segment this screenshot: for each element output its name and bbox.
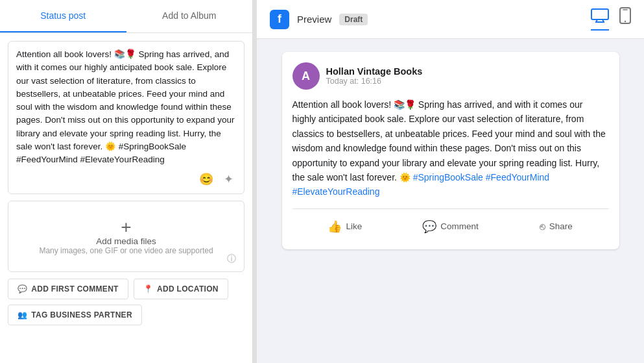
add-location-button[interactable]: 📍 ADD LOCATION [134, 279, 228, 299]
post-body-text: Attention all book lovers! 📚🌹 Spring has… [292, 99, 606, 182]
partner-btn-icon: 👥 [18, 310, 27, 319]
like-label: Like [346, 221, 362, 231]
comment-btn-icon: 💬 [18, 284, 27, 294]
preview-label: Preview [297, 14, 331, 25]
info-icon[interactable]: ⓘ [227, 253, 236, 265]
preview-content: A Hollan Vintage Books Today at: 16:16 A… [257, 39, 644, 363]
post-time: Today at: 16:16 [326, 77, 423, 86]
share-label: Share [549, 221, 573, 231]
plus-icon: + [121, 218, 131, 236]
svg-point-5 [625, 20, 626, 21]
add-first-comment-label: ADD FIRST COMMENT [31, 284, 118, 294]
right-panel: f Preview Draft [257, 0, 644, 363]
left-content: Attention all book lovers! 📚🌹 Spring has… [0, 33, 252, 363]
add-first-comment-button[interactable]: 💬 ADD FIRST COMMENT [8, 279, 128, 299]
like-icon: 👍 [328, 219, 342, 234]
fb-post-card: A Hollan Vintage Books Today at: 16:16 A… [282, 52, 619, 249]
post-author: Hollan Vintage Books [326, 66, 423, 77]
facebook-icon: f [270, 10, 289, 29]
device-switcher [591, 7, 631, 32]
desktop-icon[interactable] [591, 8, 609, 31]
media-upload-inner: + Add media files Many images, one GIF o… [21, 218, 231, 255]
share-action[interactable]: ⎋ Share [503, 214, 609, 239]
draft-badge: Draft [339, 14, 368, 25]
media-upload-label: Add media files [96, 236, 156, 246]
post-actions: 👍 Like 💬 Comment ⎋ Share [292, 208, 609, 239]
media-upload-area[interactable]: + Add media files Many images, one GIF o… [8, 201, 244, 272]
tabs-container: Status post Add to Album [0, 0, 252, 33]
post-text-wrapper: Attention all book lovers! 📚🌹 Spring has… [8, 41, 244, 194]
sparkle-icon[interactable]: ✦ [221, 171, 236, 187]
avatar: A [292, 62, 320, 90]
post-header: A Hollan Vintage Books Today at: 16:16 [292, 62, 609, 90]
comment-icon: 💬 [422, 219, 436, 234]
left-panel: Status post Add to Album Attention all b… [0, 0, 253, 363]
action-buttons-container: 💬 ADD FIRST COMMENT 📍 ADD LOCATION 👥 TAG… [8, 279, 244, 333]
comment-action[interactable]: 💬 Comment [398, 214, 503, 239]
location-btn-icon: 📍 [143, 284, 153, 294]
mobile-icon[interactable] [619, 7, 631, 32]
post-body: Attention all book lovers! 📚🌹 Spring has… [292, 97, 609, 199]
share-icon: ⎋ [540, 221, 545, 232]
comment-label: Comment [440, 221, 479, 231]
post-meta: Hollan Vintage Books Today at: 16:16 [326, 66, 423, 86]
action-row-1: 💬 ADD FIRST COMMENT 📍 ADD LOCATION [8, 279, 244, 299]
tag-business-partner-button[interactable]: 👥 TAG BUSINESS PARTNER [8, 305, 142, 325]
tag-partner-label: TAG BUSINESS PARTNER [31, 310, 132, 319]
text-toolbar: 😊 ✦ [16, 171, 236, 187]
like-action[interactable]: 👍 Like [292, 214, 398, 239]
tab-status-post[interactable]: Status post [0, 0, 126, 32]
preview-header: f Preview Draft [257, 0, 644, 39]
media-upload-sublabel: Many images, one GIF or one video are su… [39, 246, 213, 255]
action-row-2: 👥 TAG BUSINESS PARTNER [8, 305, 244, 325]
emoji-icon[interactable]: 😊 [198, 171, 214, 187]
svg-rect-0 [591, 9, 608, 19]
post-text-content[interactable]: Attention all book lovers! 📚🌹 Spring has… [16, 48, 236, 166]
tab-add-to-album[interactable]: Add to Album [126, 0, 253, 32]
add-location-label: ADD LOCATION [157, 284, 219, 294]
